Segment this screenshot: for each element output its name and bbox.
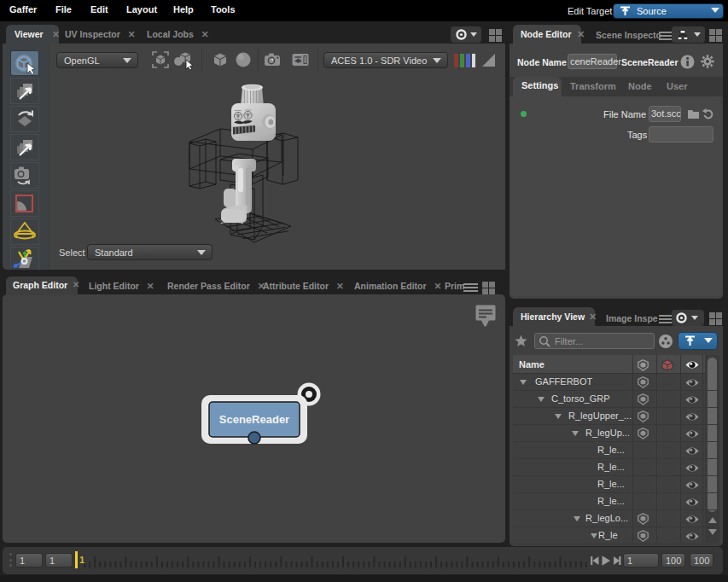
svg-text:SceneReader: SceneReader: [219, 413, 289, 426]
